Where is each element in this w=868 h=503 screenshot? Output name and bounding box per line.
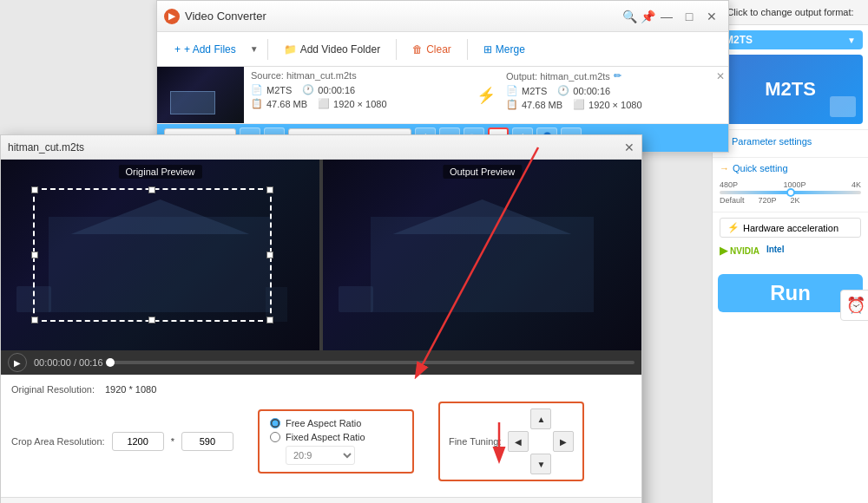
quality-4k: 4K <box>852 180 861 189</box>
output-size: 47.68 MB <box>522 100 562 110</box>
format-header[interactable]: Click to change output format: <box>713 0 868 25</box>
crop-handle-tl[interactable] <box>31 186 38 193</box>
crop-dialog-title: hitman_cut.m2ts <box>8 141 624 154</box>
format-display[interactable]: M2TS ▼ <box>718 30 863 49</box>
output-duration-item: 🕐 00:00:16 <box>557 85 610 96</box>
default-label: Default <box>720 196 745 205</box>
quality-thumb[interactable] <box>786 188 795 197</box>
free-aspect-item: Free Aspect Ratio <box>270 418 402 428</box>
arrow-up-button[interactable]: ▲ <box>530 408 551 429</box>
file-divider: ⚡ <box>473 67 499 123</box>
main-toolbar: + + Add Files ▼ 📁 Add Video Folder 🗑 Cle… <box>157 32 728 67</box>
folder-icon: 📁 <box>284 43 297 56</box>
close-button[interactable]: ✕ <box>702 7 721 26</box>
crop-handle-tm[interactable] <box>148 186 155 193</box>
add-files-button[interactable]: + + Add Files <box>166 40 245 59</box>
right-panel: Click to change output format: M2TS ▼ M2… <box>712 0 868 503</box>
total-time: 00:16 <box>79 357 103 368</box>
close-item-1-button[interactable]: ✕ <box>716 70 725 82</box>
app-title: Video Converter <box>185 10 621 23</box>
title-bar: ▶ Video Converter 🔍 📌 — □ ✕ <box>157 1 728 32</box>
quality-2k: 2K <box>791 196 800 205</box>
crop-handle-tr[interactable] <box>266 186 273 193</box>
minimize-button[interactable]: — <box>657 7 676 26</box>
source-size-item: 📋 47.68 MB <box>251 98 307 109</box>
output-size-item: 📋 47.68 MB <box>506 99 562 110</box>
arrow-left-button[interactable]: ◀ <box>508 431 529 452</box>
search-title-icon[interactable]: 🔍 <box>622 10 637 23</box>
dialog-footer: Tutorial > Ok Cancel <box>1 497 641 503</box>
app-window: ▶ Video Converter 🔍 📌 — □ ✕ + + Add File… <box>156 0 729 153</box>
source-meta-2: 📋 47.68 MB ⬜ 1920 × 1080 <box>251 98 466 109</box>
original-res-value: 1920 * 1080 <box>105 384 156 395</box>
arrow-down-button[interactable]: ▼ <box>530 454 551 474</box>
arrow-empty-2 <box>553 408 574 429</box>
original-res-row: Original Resolution: 1920 * 1080 <box>11 384 631 395</box>
original-preview: Original Preview <box>1 160 319 350</box>
toolbar-divider-3 <box>467 39 468 60</box>
add-files-dropdown[interactable]: ▼ <box>248 42 260 56</box>
source-format: M2TS <box>266 85 292 95</box>
source-resolution: 1920 × 1080 <box>333 99 386 109</box>
param-settings-section: ⚙ Parameter settings <box>713 129 868 157</box>
source-duration-item: 🕐 00:00:16 <box>302 84 355 95</box>
scene-el-out-1 <box>339 286 373 312</box>
play-button[interactable]: ▶ <box>8 353 27 372</box>
merge-button[interactable]: ⊞ Merge <box>475 40 534 59</box>
crop-handle-bm[interactable] <box>148 317 155 323</box>
output-edit-icon[interactable]: ✏ <box>614 70 621 82</box>
accel-vendors: ▶ NVIDIA Intel <box>720 241 861 260</box>
progress-bar[interactable] <box>110 361 635 364</box>
aspect-ratio-select[interactable]: 20:9 16:9 4:3 <box>286 446 355 465</box>
alarm-icon: ⏰ <box>846 296 865 315</box>
output-label: Output: hitman_cut.m2ts <box>506 71 610 82</box>
source-format-item: 📄 M2TS <box>251 84 292 95</box>
toolbar-divider-2 <box>396 39 397 60</box>
format-thumb-icon <box>830 96 856 117</box>
crop-handle-bl[interactable] <box>31 317 38 323</box>
hw-accel-button[interactable]: ⚡ Hardware acceleration <box>720 218 861 238</box>
nvidia-badge: ▶ NVIDIA <box>720 245 760 257</box>
format-thumbnail[interactable]: M2TS <box>718 55 863 124</box>
pin-title-icon[interactable]: 📌 <box>641 10 655 23</box>
crop-selection[interactable] <box>33 188 272 322</box>
output-duration: 00:00:16 <box>573 86 610 96</box>
logo-icon: ▶ <box>168 11 175 21</box>
crop-area-label: Crop Area Resolution: <box>11 436 105 447</box>
maximize-button[interactable]: □ <box>680 7 699 26</box>
preview-area: Original Preview <box>1 160 641 350</box>
crop-dialog: hitman_cut.m2ts ✕ Original Preview <box>0 134 642 503</box>
intel-label: Intel <box>766 245 785 254</box>
crop-handle-br[interactable] <box>266 317 273 323</box>
output-meta-2: 📋 47.68 MB ⬜ 1920 × 1080 <box>506 99 721 110</box>
quick-setting-btn[interactable]: → Quick setting <box>720 163 861 173</box>
free-aspect-radio[interactable] <box>270 418 280 428</box>
clear-icon: 🗑 <box>412 43 423 56</box>
progress-thumb[interactable] <box>106 358 115 367</box>
alarm-button[interactable]: ⏰ <box>840 290 868 321</box>
output-format-item: 📄 M2TS <box>506 85 547 96</box>
lightning-icon: ⚡ <box>477 86 496 105</box>
fixed-aspect-radio[interactable] <box>270 432 280 442</box>
add-folder-button[interactable]: 📁 Add Video Folder <box>275 40 390 59</box>
clear-button[interactable]: 🗑 Clear <box>404 40 460 59</box>
fine-tuning-group: Fine Tuning: ▲ ◀ ▶ ▼ <box>438 402 585 481</box>
quality-default: Default 720P 2K <box>720 196 861 205</box>
output-preview-label: Output Preview <box>443 165 522 179</box>
fine-tuning-label: Fine Tuning: <box>449 436 502 447</box>
crop-width-input[interactable] <box>112 432 164 451</box>
file-thumbnail-1 <box>157 67 244 123</box>
param-settings-btn[interactable]: ⚙ Parameter settings <box>720 135 861 147</box>
controls-area: Original Resolution: 1920 * 1080 Crop Ar… <box>1 375 641 497</box>
arrow-grid: ▲ ◀ ▶ ▼ <box>508 408 574 474</box>
crop-height-input[interactable] <box>181 432 233 451</box>
time-display: 00:00:00 / 00:16 <box>34 357 103 368</box>
fine-tuning-container: Fine Tuning: ▲ ◀ ▶ ▼ <box>438 402 585 481</box>
crop-handle-mr[interactable] <box>266 252 273 258</box>
crop-close-button[interactable]: ✕ <box>624 140 635 154</box>
output-resolution-item: ⬜ 1920 × 1080 <box>573 99 641 110</box>
crop-handle-ml[interactable] <box>31 252 38 258</box>
format-dropdown-icon[interactable]: ▼ <box>847 36 856 45</box>
arrow-right-button[interactable]: ▶ <box>553 431 574 452</box>
quality-slider[interactable] <box>720 191 861 194</box>
